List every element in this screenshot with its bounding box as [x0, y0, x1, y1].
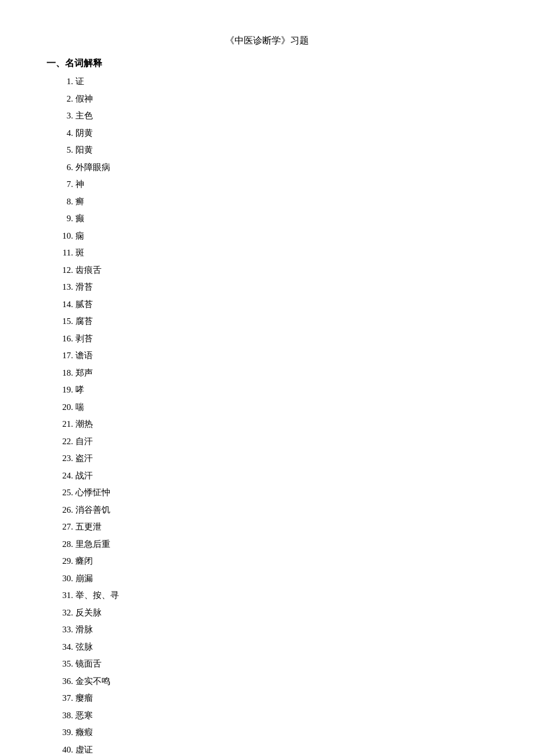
list-text: 阳黄 — [75, 143, 93, 158]
list-number: 10. — [52, 229, 73, 244]
list-text: 里急后重 — [75, 537, 110, 552]
list-text: 外障眼病 — [75, 160, 110, 175]
list-item: 10.痫 — [52, 229, 488, 244]
list-item: 32.反关脉 — [52, 606, 488, 621]
list-item: 17.谵语 — [52, 348, 488, 363]
list-number: 22. — [52, 434, 73, 449]
list-number: 29. — [52, 554, 73, 569]
list-item: 21.潮热 — [52, 417, 488, 432]
list-number: 13. — [52, 280, 73, 295]
list-number: 7. — [52, 177, 73, 192]
list-item: 20.喘 — [52, 400, 488, 415]
list-item: 6.外障眼病 — [52, 160, 488, 175]
list-text: 腐苔 — [75, 314, 93, 329]
list-text: 郑声 — [75, 366, 93, 381]
list-item: 15.腐苔 — [52, 314, 488, 329]
list-text: 五更泄 — [75, 520, 102, 535]
list-number: 35. — [52, 657, 73, 672]
list-number: 8. — [52, 195, 73, 210]
list-text: 心悸怔忡 — [75, 485, 110, 501]
list-item: 2.假神 — [52, 92, 488, 107]
section1-title: 一、名词解释 — [46, 57, 488, 70]
list-text: 喘 — [75, 400, 84, 415]
list-text: 哮 — [75, 383, 84, 398]
list-text: 癣 — [75, 195, 84, 210]
list-text: 崩漏 — [75, 571, 93, 586]
list-item: 4.阴黄 — [52, 126, 488, 141]
list-number: 19. — [52, 383, 73, 398]
list-item: 1.证 — [52, 74, 488, 89]
list-text: 反关脉 — [75, 606, 102, 621]
list-text: 恶寒 — [75, 708, 93, 723]
list-text: 弦脉 — [75, 640, 93, 655]
list-number: 2. — [52, 92, 73, 107]
list-text: 神 — [75, 177, 84, 192]
list-text: 证 — [75, 74, 84, 89]
list-number: 20. — [52, 400, 73, 415]
list-item: 27.五更泄 — [52, 520, 488, 535]
list-text: 斑 — [75, 246, 84, 261]
list-item: 29.癃闭 — [52, 554, 488, 569]
list-text: 滑脉 — [75, 622, 93, 638]
list-item: 38.恶寒 — [52, 708, 488, 723]
list-text: 消谷善饥 — [75, 503, 110, 518]
list-text: 腻苔 — [75, 297, 93, 312]
list-item: 8.癣 — [52, 195, 488, 210]
list-text: 镜面舌 — [75, 657, 102, 672]
list-text: 癫 — [75, 211, 84, 226]
list-number: 34. — [52, 640, 73, 655]
list-number: 3. — [52, 109, 73, 124]
list-number: 15. — [52, 314, 73, 329]
list-number: 38. — [52, 708, 73, 723]
list-item: 16.剥苔 — [52, 332, 488, 347]
list-item: 24.战汗 — [52, 469, 488, 484]
list-item: 25.心悸怔忡 — [52, 485, 488, 501]
list-item: 30.崩漏 — [52, 571, 488, 586]
list-item: 33.滑脉 — [52, 622, 488, 638]
list-number: 23. — [52, 451, 73, 466]
list-text: 举、按、寻 — [75, 588, 119, 603]
list-item: 19.哮 — [52, 383, 488, 398]
list-item: 14.腻苔 — [52, 297, 488, 312]
list-item: 9.癫 — [52, 211, 488, 226]
list-number: 27. — [52, 520, 73, 535]
list-number: 40. — [52, 743, 73, 757]
list-text: 癥瘕 — [75, 725, 93, 740]
list-item: 12.齿痕舌 — [52, 263, 488, 278]
list-item: 26.消谷善饥 — [52, 503, 488, 518]
list-text: 癃闭 — [75, 554, 93, 569]
list-number: 4. — [52, 126, 73, 141]
list-text: 主色 — [75, 109, 93, 124]
list-item: 36.金实不鸣 — [52, 674, 488, 689]
list-item: 22.自汗 — [52, 434, 488, 449]
list-number: 9. — [52, 211, 73, 226]
list-item: 31.举、按、寻 — [52, 588, 488, 603]
list-text: 滑苔 — [75, 280, 93, 295]
list-item: 5.阳黄 — [52, 143, 488, 158]
list-number: 6. — [52, 160, 73, 175]
list-number: 39. — [52, 725, 73, 740]
list-item: 35.镜面舌 — [52, 657, 488, 672]
list-text: 战汗 — [75, 469, 93, 484]
list-text: 盗汗 — [75, 451, 93, 466]
list-number: 33. — [52, 622, 73, 638]
list-number: 28. — [52, 537, 73, 552]
list-item: 13.滑苔 — [52, 280, 488, 295]
list-number: 21. — [52, 417, 73, 432]
list-number: 11. — [52, 246, 73, 261]
list-item: 34.弦脉 — [52, 640, 488, 655]
list-item: 18.郑声 — [52, 366, 488, 381]
list-number: 18. — [52, 366, 73, 381]
list-number: 1. — [52, 74, 73, 89]
list-number: 26. — [52, 503, 73, 518]
list-text: 谵语 — [75, 348, 93, 363]
list-item: 39.癥瘕 — [52, 725, 488, 740]
list-number: 32. — [52, 606, 73, 621]
list-text: 齿痕舌 — [75, 263, 102, 278]
list-number: 24. — [52, 469, 73, 484]
list-number: 14. — [52, 297, 73, 312]
list-item: 7.神 — [52, 177, 488, 192]
list-item: 37.瘿瘤 — [52, 691, 488, 706]
list-number: 30. — [52, 571, 73, 586]
list-item: 3.主色 — [52, 109, 488, 124]
